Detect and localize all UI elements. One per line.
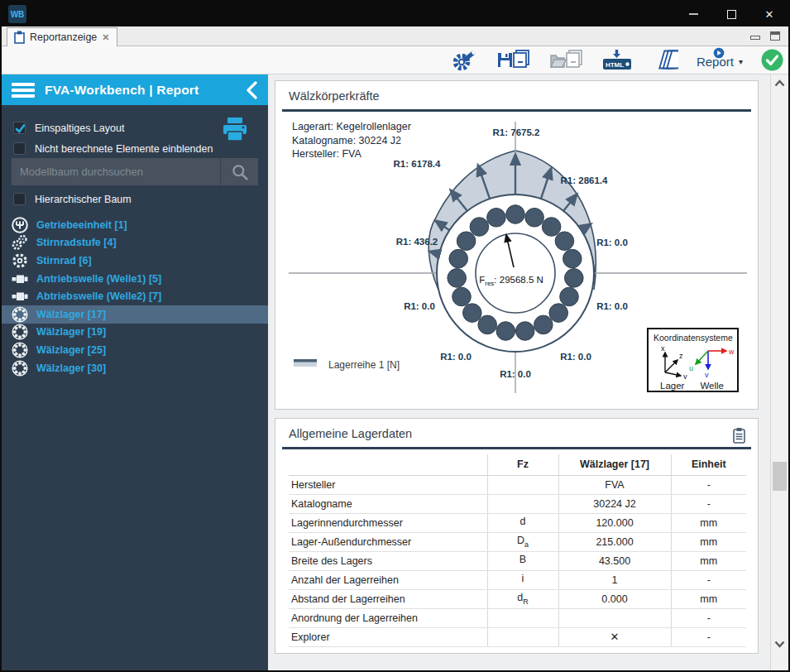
main-area: FVA-Workbench | Report Einspaltiges Layo…	[2, 74, 788, 670]
sidebar: FVA-Workbench | Report Einspaltiges Layo…	[2, 74, 268, 670]
shaft-icon	[10, 287, 29, 305]
coordinate-systems-box: Koordinatensysteme	[647, 328, 739, 392]
table-header-row: Fz Wälzlager [17] Einheit	[289, 454, 746, 475]
tree-item-label: Stirnrad [6]	[36, 255, 92, 266]
minimize-button[interactable]	[674, 2, 712, 26]
app-logo: WB	[8, 5, 26, 23]
print-button[interactable]	[222, 117, 248, 146]
table-row: Lager-AußendurchmesserDa215.000mm	[289, 532, 746, 551]
search-icon	[231, 163, 249, 181]
tab-bar: Reportanzeige ✕	[2, 26, 788, 46]
gear-stage-icon	[10, 233, 29, 252]
chevron-down-icon[interactable]: ▾	[739, 57, 743, 66]
model-tree: Getriebeeinheit [1]Stirnradstufe [4]Stir…	[2, 216, 268, 377]
force-label: R1: 0.0	[404, 301, 435, 311]
close-button[interactable]: ✕	[750, 2, 788, 26]
copy-table-button[interactable]	[732, 427, 746, 448]
coord-label-lager: Lager	[660, 381, 684, 391]
column-header: Fz	[487, 454, 558, 475]
bearing-icon	[10, 323, 29, 341]
sidebar-item[interactable]: Stirnradstufe [4]	[2, 234, 268, 252]
report-content: Wälzkörperkräfte Lagerart: Kegelrollenla…	[268, 74, 770, 670]
search-input[interactable]	[12, 158, 220, 185]
sidebar-header: FVA-Workbench | Report	[2, 74, 268, 105]
svg-text:x: x	[661, 344, 665, 353]
sidebar-item[interactable]: Getriebeeinheit [1]	[2, 216, 268, 234]
scroll-down-icon[interactable]	[774, 641, 785, 648]
tree-item-label: Stirnradstufe [4]	[36, 237, 117, 248]
panel-waelzkoerperkraefte: Wälzkörperkräfte Lagerart: Kegelrollenla…	[275, 80, 759, 410]
save-report-icon[interactable]	[496, 49, 531, 71]
table-row: Anordnung der Lagerreihen-	[289, 608, 746, 627]
force-label: R1: 0.0	[440, 352, 472, 362]
check-circle-icon	[761, 49, 783, 71]
table-row: Breite des LagersB43.500mm	[289, 551, 746, 570]
status-ok-button[interactable]	[761, 49, 783, 71]
svg-text:z: z	[679, 352, 683, 360]
sidebar-item[interactable]: Antriebswelle (Welle1) [5]	[2, 270, 268, 288]
sidebar-item[interactable]: Wälzlager [17]	[2, 305, 268, 324]
table-row: Abstand der LagerreihendR0.000mm	[289, 589, 746, 608]
panel-title: Wälzkörperkräfte	[289, 89, 749, 103]
checkbox-unchecked-icon	[13, 193, 26, 205]
scrollbar-thumb[interactable]	[773, 462, 787, 491]
svg-text:HTML: HTML	[606, 61, 624, 69]
printer-icon	[222, 117, 248, 142]
gear-icon	[10, 252, 29, 270]
checkbox-hierarchical-tree[interactable]: Hierarchischer Baum	[13, 193, 132, 205]
maximize-view-icon[interactable]	[770, 31, 780, 41]
maximize-icon	[727, 10, 736, 19]
sidebar-item[interactable]: Stirnrad [6]	[2, 252, 268, 270]
bearing-inner-ring	[476, 233, 555, 313]
settings-gear-icon[interactable]	[452, 49, 478, 72]
force-label: R1: 2861.4	[561, 175, 609, 185]
vertical-scrollbar[interactable]	[770, 74, 788, 670]
svg-text:w: w	[728, 348, 735, 356]
sidebar-item[interactable]: Wälzlager [19]	[2, 324, 268, 342]
panel-allgemeine-lagerdaten: Allgemeine Lagerdaten Fz	[275, 418, 759, 654]
panel-title: Allgemeine Lagerdaten	[289, 427, 749, 440]
force-label: R1: 0.0	[560, 352, 591, 362]
html-export-icon[interactable]: HTML	[602, 49, 632, 71]
sidebar-body: Einspaltiges Layout Nicht berechnete Ele…	[2, 105, 268, 670]
column-header: Einheit	[671, 454, 746, 475]
clipboard-icon	[14, 31, 25, 44]
checkbox-show-uncalculated[interactable]: Nicht berechnete Elemente einblenden	[13, 142, 213, 155]
svg-text:u: u	[689, 364, 693, 372]
maximize-button[interactable]	[712, 2, 750, 26]
title-bar: WB ✕	[2, 2, 788, 26]
checkbox-checked-icon	[13, 122, 26, 134]
shaft-icon	[10, 270, 29, 288]
open-report-icon[interactable]	[549, 49, 584, 71]
search-button[interactable]	[220, 158, 258, 185]
coordinate-axes-icon: x z y w v u	[652, 343, 735, 379]
report-pages-icon[interactable]	[650, 49, 678, 71]
tree-item-label: Getriebeeinheit [1]	[36, 219, 127, 231]
bearing-icon	[10, 359, 29, 377]
force-label: R1: 0.0	[596, 301, 628, 311]
toolbar: HTML Report ▾	[2, 46, 788, 74]
coord-label-welle: Welle	[700, 381, 724, 391]
legend: Lagerreihe 1 [N]	[294, 359, 400, 371]
tree-item-label: Abtriebswelle (Welle2) [7]	[36, 290, 161, 302]
tab-close-icon[interactable]: ✕	[102, 32, 109, 43]
sidebar-item[interactable]: Wälzlager [30]	[2, 359, 268, 377]
coord-box-title: Koordinatensysteme	[654, 333, 734, 343]
panel-title-rule	[282, 447, 751, 449]
sidebar-title: FVA-Workbench | Report	[45, 83, 236, 98]
tab-reportanzeige[interactable]: Reportanzeige ✕	[7, 27, 117, 46]
sidebar-item[interactable]: Wälzlager [25]	[2, 341, 268, 359]
bearing-data-table: Fz Wälzlager [17] Einheit HerstellerFVA-…	[289, 454, 746, 647]
menu-icon[interactable]	[12, 83, 35, 98]
checkbox-unchecked-icon	[13, 142, 26, 155]
scroll-up-icon[interactable]	[774, 79, 785, 87]
legend-label: Lagerreihe 1 [N]	[328, 359, 400, 371]
table-row: Lagerinnendurchmesserd120.000mm	[289, 513, 746, 532]
checkbox-label: Einspaltiges Layout	[35, 122, 124, 134]
minimize-icon	[689, 13, 698, 15]
minimize-view-icon[interactable]	[750, 36, 760, 40]
collapse-chevron-icon[interactable]	[246, 81, 258, 99]
report-run-button[interactable]: Report ▾	[697, 51, 743, 69]
sidebar-item[interactable]: Abtriebswelle (Welle2) [7]	[2, 287, 268, 305]
checkbox-single-column-layout[interactable]: Einspaltiges Layout	[13, 122, 124, 134]
